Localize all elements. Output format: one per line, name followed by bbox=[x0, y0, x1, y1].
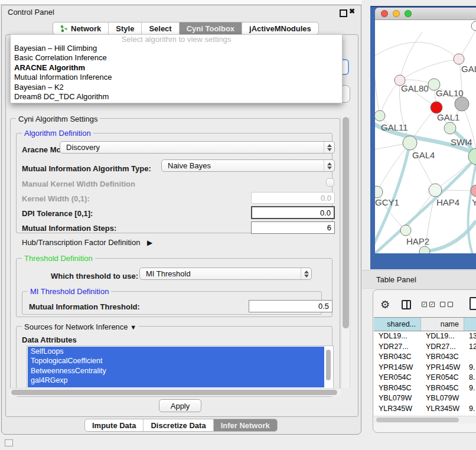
panel-title: Control Panel bbox=[8, 8, 54, 17]
close-traffic-light[interactable] bbox=[381, 10, 388, 17]
algorithm-option[interactable]: Mutual Information Inference bbox=[11, 73, 342, 82]
algorithm-option[interactable]: Bayesian – Hill Climbing bbox=[11, 44, 342, 53]
apply-button[interactable]: Apply bbox=[159, 399, 201, 412]
network-node-gal1[interactable] bbox=[431, 102, 442, 113]
network-node-gal11[interactable] bbox=[375, 110, 385, 121]
float-window-icon[interactable] bbox=[340, 9, 347, 17]
file-icon[interactable] bbox=[470, 297, 476, 310]
algorithm-option[interactable]: Basic Correlation Inference bbox=[11, 53, 342, 63]
tab-network[interactable]: Network bbox=[53, 22, 108, 34]
tab-cyni-toolbox[interactable]: Cyni Toolbox bbox=[179, 22, 242, 34]
table-header-row: shared...nameA bbox=[374, 317, 476, 331]
network-canvas[interactable]: GALGAL80GAL10GAL1GAL11SWI4GAL4GCY1HAP4YH… bbox=[375, 20, 476, 253]
aracne-mode-select[interactable]: Discovery bbox=[60, 141, 335, 154]
network-edge bbox=[375, 42, 459, 59]
node-table-card: ⚙ ✓ ✓ shared...nameA YDL19...YDL19...13Y… bbox=[373, 289, 476, 433]
network-edge bbox=[400, 32, 422, 80]
table-cell: YBR043C bbox=[374, 352, 421, 363]
table-row[interactable]: YBL079WYBL079W bbox=[374, 393, 476, 404]
data-attributes-list[interactable]: SelfLoopsTopologicalCoefficientBetweenne… bbox=[27, 345, 334, 389]
mi-threshold-group-title: MI Threshold Definition bbox=[28, 287, 111, 296]
checked-box-icon[interactable]: ✓ bbox=[429, 302, 435, 307]
table-cell: YDR27... bbox=[421, 342, 464, 353]
sources-group-title[interactable]: Sources for Network Inference ▼ bbox=[22, 322, 139, 331]
attribute-item[interactable]: gal4RGexp bbox=[28, 376, 324, 385]
tab-style[interactable]: Style bbox=[108, 22, 141, 34]
algorithm-option[interactable]: Bayesian – K2 bbox=[11, 83, 342, 92]
which-threshold-value: MI Threshold bbox=[146, 269, 191, 278]
split-column-icon[interactable] bbox=[402, 300, 411, 309]
vertical-scrollbar[interactable] bbox=[341, 116, 350, 388]
table-cell bbox=[464, 393, 476, 404]
table-horizontal-scrollbar[interactable] bbox=[374, 416, 476, 423]
table-rows: YDL19...YDL19...13YDR27...YDR27...12YBR0… bbox=[374, 331, 476, 416]
table-row[interactable]: YBR043CYBR043C bbox=[374, 352, 476, 363]
horizontal-scrollbar[interactable] bbox=[10, 388, 341, 396]
network-node-hap4[interactable] bbox=[429, 184, 442, 197]
node-label: Y bbox=[472, 197, 476, 207]
table-row[interactable]: YBR045CYBR045C9. bbox=[374, 383, 476, 394]
network-node-gcy1[interactable] bbox=[375, 186, 383, 198]
hub-definition-toggle[interactable]: Hub/Transcription Factor Definition ▶ bbox=[22, 238, 152, 247]
table-cell: YER054C bbox=[374, 373, 421, 383]
table-row[interactable]: YDL19...YDL19...13 bbox=[374, 331, 476, 342]
tab-discretize-data[interactable]: Discretize Data bbox=[143, 419, 213, 431]
tab-impute-data[interactable]: Impute Data bbox=[85, 419, 143, 431]
network-node[interactable] bbox=[419, 246, 430, 253]
mi-type-select[interactable]: Naive Bayes bbox=[161, 159, 335, 172]
tab-jactivemnodules[interactable]: jActiveMNodules bbox=[242, 22, 318, 34]
tab-infer-network[interactable]: Infer Network bbox=[213, 419, 277, 431]
vertical-scrollbar-thumb[interactable] bbox=[343, 117, 349, 328]
algorithm-definition-title: Algorithm Definition bbox=[22, 129, 93, 138]
attribute-item[interactable]: BetweennessCentrality bbox=[28, 366, 324, 376]
minimized-panel-icon[interactable] bbox=[5, 439, 13, 446]
table-scrollbar-thumb[interactable] bbox=[376, 418, 459, 422]
table-cell: 8. bbox=[464, 373, 476, 383]
network-node[interactable] bbox=[471, 21, 476, 31]
column-header-name[interactable]: name bbox=[421, 318, 464, 331]
table-row[interactable]: YPR145WYPR145W9. bbox=[374, 363, 476, 373]
attribute-item[interactable]: TopologicalCoefficient bbox=[28, 356, 324, 366]
minimize-traffic-light[interactable] bbox=[393, 10, 400, 17]
manual-kernel-checkbox[interactable] bbox=[326, 178, 334, 187]
kernel-width-input[interactable]: 0.0 bbox=[251, 192, 335, 204]
algorithm-option[interactable]: ARACNE Algorithm bbox=[11, 63, 342, 73]
network-node-gal4[interactable] bbox=[403, 136, 417, 150]
gear-icon[interactable]: ⚙ bbox=[380, 298, 390, 311]
unchecked-box-icon[interactable] bbox=[440, 302, 445, 307]
sources-title-text: Sources for Network Inference bbox=[24, 322, 128, 331]
unchecked-box-icon[interactable] bbox=[448, 302, 453, 307]
dpi-tolerance-input[interactable]: 0.0 bbox=[251, 206, 335, 219]
table-cell: YBR043C bbox=[421, 352, 464, 363]
algorithm-option[interactable]: Dream8 DC_TDC Algorithm bbox=[11, 92, 342, 102]
list-scrollbar-thumb[interactable] bbox=[326, 350, 331, 380]
tab-label: jActiveMNodules bbox=[249, 24, 311, 33]
node-label: GAL80 bbox=[401, 83, 429, 93]
column-header-shared...[interactable]: shared... bbox=[374, 318, 421, 331]
table-row[interactable]: YER054CYER054C8. bbox=[374, 373, 476, 383]
mi-threshold-label: Mutual Information Threshold: bbox=[29, 302, 140, 311]
network-node-gal[interactable] bbox=[454, 54, 464, 64]
network-icon bbox=[60, 25, 68, 32]
network-node[interactable] bbox=[455, 97, 469, 111]
threshold-definition-title: Threshold Definition bbox=[22, 254, 95, 263]
checked-box-icon[interactable]: ✓ bbox=[422, 302, 427, 307]
attributes-selection: SelfLoopsTopologicalCoefficientBetweenne… bbox=[28, 347, 324, 387]
horizontal-scrollbar-thumb[interactable] bbox=[11, 390, 337, 395]
column-header-A[interactable]: A bbox=[464, 318, 476, 331]
zoom-traffic-light[interactable] bbox=[405, 10, 412, 17]
table-row[interactable]: YLR345WYLR345W9. bbox=[374, 404, 476, 415]
network-node-swi4[interactable] bbox=[444, 122, 456, 134]
table-cell: 9. bbox=[464, 363, 476, 373]
mi-steps-input[interactable]: 6 bbox=[251, 221, 335, 234]
network-window-titlebar[interactable] bbox=[375, 8, 476, 20]
close-icon[interactable]: ✖ bbox=[349, 7, 355, 15]
attribute-item[interactable]: SelfLoops bbox=[28, 347, 324, 356]
tab-select[interactable]: Select bbox=[141, 22, 178, 34]
network-node-hap2[interactable] bbox=[400, 225, 411, 236]
table-row[interactable]: YDR27...YDR27...12 bbox=[374, 342, 476, 353]
which-threshold-select[interactable]: MI Threshold bbox=[139, 268, 312, 280]
algorithm-placeholder: Select algorithm to view settings bbox=[11, 35, 342, 44]
table-cell: 9. bbox=[464, 383, 476, 394]
mi-threshold-input[interactable]: 0.5 bbox=[249, 300, 332, 312]
